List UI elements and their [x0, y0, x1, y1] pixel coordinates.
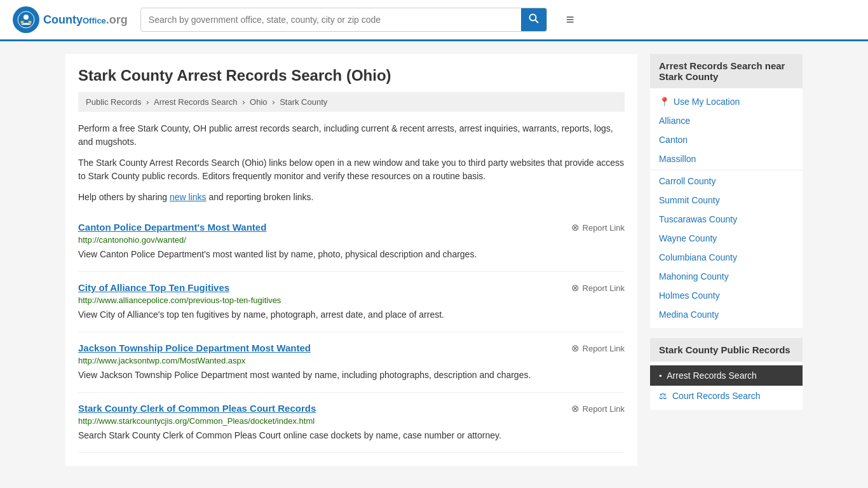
pin-icon: 📍	[659, 97, 670, 107]
result-desc-3: Search Stark County Clerk of Common Plea…	[78, 429, 625, 442]
sidebar-link-tuscarawas[interactable]: Tuscarawas County	[650, 210, 803, 229]
sidebar-divider-1	[650, 170, 803, 170]
page-title: Stark County Arrest Records Search (Ohio…	[78, 67, 625, 85]
svg-point-4	[529, 15, 536, 21]
result-title-0[interactable]: Canton Police Department's Most Wanted	[78, 222, 266, 233]
content-area: Stark County Arrest Records Search (Ohio…	[65, 54, 637, 466]
sidebar-link-columbiana[interactable]: Columbiana County	[650, 248, 803, 267]
result-item-0: Canton Police Department's Most Wanted ⊗…	[78, 212, 625, 272]
result-url-1[interactable]: http://www.alliancepolice.com/previous-t…	[78, 295, 625, 305]
result-title-3[interactable]: Stark County Clerk of Common Pleas Court…	[78, 403, 316, 414]
nearby-header: Arrest Records Search near Stark County	[650, 54, 803, 88]
public-records-body: ▪ Arrest Records Search ⚖ Court Records …	[650, 362, 803, 410]
report-link-1[interactable]: ⊗ Report Link	[571, 282, 625, 294]
svg-point-2	[21, 21, 24, 24]
desc-1: Perform a free Stark County, OH public a…	[78, 122, 625, 149]
breadcrumb-stark-county[interactable]: Stark County	[280, 97, 327, 107]
desc-3: Help others by sharing new links and rep…	[78, 191, 625, 204]
search-input[interactable]	[141, 10, 521, 30]
result-desc-1: View City of Alliance's top ten fugitive…	[78, 308, 625, 322]
sidebar-link-alliance[interactable]: Alliance	[650, 111, 803, 130]
public-records-box: Stark County Public Records ▪ Arrest Rec…	[650, 338, 803, 410]
court-label: Court Records Search	[672, 391, 761, 401]
active-icon: ▪	[659, 371, 661, 380]
svg-point-3	[29, 21, 32, 24]
result-item-3: Stark County Clerk of Common Pleas Court…	[78, 393, 625, 453]
sidebar-link-mahoning[interactable]: Mahoning County	[650, 267, 803, 286]
result-url-2[interactable]: http://www.jacksontwp.com/MostWanted.asp…	[78, 356, 625, 365]
report-icon-1: ⊗	[571, 282, 580, 294]
breadcrumb: Public Records › Arrest Records Search ›…	[78, 92, 625, 112]
public-records-header: Stark County Public Records	[650, 338, 803, 362]
search-bar	[140, 8, 547, 32]
results-list: Canton Police Department's Most Wanted ⊗…	[78, 212, 625, 453]
sidebar-active-arrest[interactable]: ▪ Arrest Records Search	[650, 365, 803, 386]
sidebar-link-canton[interactable]: Canton	[650, 130, 803, 149]
sidebar-inactive-court[interactable]: ⚖ Court Records Search	[650, 386, 803, 406]
breadcrumb-ohio[interactable]: Ohio	[250, 97, 267, 107]
sidebar-link-summit[interactable]: Summit County	[650, 191, 803, 210]
logo-area: CountyOffice.org	[13, 6, 128, 33]
result-url-3[interactable]: http://www.starkcountycjis.org/Common_Pl…	[78, 416, 625, 426]
sidebar-link-massillon[interactable]: Massillon	[650, 149, 803, 168]
report-link-3[interactable]: ⊗ Report Link	[571, 403, 625, 414]
desc-2: The Stark County Arrest Records Search (…	[78, 156, 625, 183]
sidebar-link-carroll[interactable]: Carroll County	[650, 172, 803, 191]
breadcrumb-public-records[interactable]: Public Records	[86, 97, 141, 107]
report-icon-3: ⊗	[571, 403, 580, 414]
result-desc-2: View Jackson Township Police Department …	[78, 369, 625, 382]
report-icon-2: ⊗	[571, 342, 580, 354]
breadcrumb-arrest-records[interactable]: Arrest Records Search	[154, 97, 238, 107]
report-link-0[interactable]: ⊗ Report Link	[571, 222, 625, 233]
nearby-body: 📍 Use My Location Alliance Canton Massil…	[650, 88, 803, 328]
result-title-1[interactable]: City of Alliance Top Ten Fugitives	[78, 282, 229, 293]
svg-point-1	[24, 15, 29, 20]
report-link-2[interactable]: ⊗ Report Link	[571, 342, 625, 354]
report-icon-0: ⊗	[571, 222, 580, 233]
sidebar-link-wayne[interactable]: Wayne County	[650, 229, 803, 248]
use-location-item[interactable]: 📍 Use My Location	[650, 92, 803, 111]
result-title-2[interactable]: Jackson Township Police Department Most …	[78, 342, 311, 353]
result-url-0[interactable]: http://cantonohio.gov/wanted/	[78, 235, 625, 245]
svg-line-5	[535, 20, 538, 24]
result-item-1: City of Alliance Top Ten Fugitives ⊗ Rep…	[78, 272, 625, 332]
header: CountyOffice.org ≡	[0, 0, 868, 41]
sidebar-link-holmes[interactable]: Holmes County	[650, 286, 803, 305]
search-button[interactable]	[521, 8, 546, 31]
active-label: Arrest Records Search	[667, 370, 757, 381]
logo-text: CountyOffice.org	[43, 13, 128, 27]
logo-icon	[13, 6, 39, 33]
sidebar: Arrest Records Search near Stark County …	[650, 54, 803, 466]
result-desc-0: View Canton Police Department's most wan…	[78, 248, 625, 261]
menu-button[interactable]: ≡	[566, 11, 574, 28]
main-layout: Stark County Arrest Records Search (Ohio…	[53, 41, 815, 478]
nearby-box: Arrest Records Search near Stark County …	[650, 54, 803, 328]
court-icon: ⚖	[659, 391, 667, 401]
sidebar-link-medina[interactable]: Medina County	[650, 305, 803, 324]
new-links-link[interactable]: new links	[170, 192, 207, 202]
result-item-2: Jackson Township Police Department Most …	[78, 332, 625, 393]
